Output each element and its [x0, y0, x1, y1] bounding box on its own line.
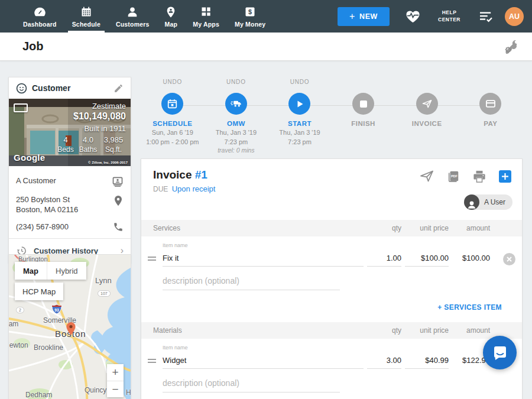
material-description-row: [141, 369, 522, 392]
map-card: Map Hybrid HCP Map Burlington Lynn ham S…: [8, 254, 131, 399]
add-invoice-icon[interactable]: [499, 170, 511, 183]
nav-item-my-apps[interactable]: My Apps: [185, 0, 227, 33]
hybrid-button[interactable]: Hybrid: [47, 262, 86, 280]
print-icon[interactable]: [473, 170, 486, 183]
service-qty-input[interactable]: [367, 252, 401, 267]
service-description-input[interactable]: [163, 275, 340, 290]
step-label[interactable]: START: [288, 120, 312, 127]
invoice-actions: PDF: [420, 170, 511, 183]
baths-value: 4.0: [77, 135, 99, 144]
zillow-copyright: © Zillow, Inc. 2006-2017: [88, 161, 128, 164]
dashboard-icon: [33, 5, 47, 19]
customer-name: A Customer: [16, 176, 56, 186]
customer-name-row: A Customer: [16, 172, 124, 191]
customer-card-title: Customer: [32, 83, 70, 93]
nav-item-customers[interactable]: Customers: [108, 0, 157, 33]
location-pin-icon[interactable]: [113, 194, 124, 207]
start-step-button[interactable]: [288, 93, 310, 115]
map-label-quincy: Quincy: [85, 386, 106, 394]
step-label[interactable]: INVOICE: [412, 120, 442, 127]
edit-pencil-icon[interactable]: [113, 83, 124, 93]
assigned-user-chip[interactable]: A User: [464, 194, 512, 210]
property-stats: 4Beds 4.0Baths 3,985Sq.ft.: [54, 135, 128, 154]
drag-handle-icon[interactable]: [148, 357, 156, 365]
omw-step-button[interactable]: [225, 93, 247, 115]
undo-link[interactable]: UNDO: [163, 79, 182, 87]
customer-card: Customer Zestimat: [8, 77, 131, 263]
service-unit-price-input[interactable]: [405, 252, 449, 267]
zoom-out-button[interactable]: −: [107, 381, 124, 397]
item-name-label: Item name: [163, 242, 364, 248]
beds-value: 4: [54, 135, 77, 144]
service-item-name-input[interactable]: [163, 252, 364, 267]
user-avatar[interactable]: AU: [505, 7, 524, 26]
phone-icon[interactable]: [113, 222, 124, 232]
map-zoom-controls: + −: [107, 364, 124, 397]
customer-phone-row: (234) 567-8900: [16, 218, 124, 236]
job-progress-timeline: UNDO SCHEDULE Sun, Jan 6 '19 1:00 pm - 2…: [141, 79, 523, 155]
pdf-icon[interactable]: PDF: [447, 170, 460, 183]
material-qty-input[interactable]: [367, 354, 401, 369]
job-settings-wrench-icon[interactable]: [504, 40, 519, 54]
travel-time: travel: 0 mins: [218, 146, 254, 154]
map-label-brookline: Brookline: [34, 343, 63, 352]
step-label[interactable]: OMW: [227, 120, 245, 127]
unit-price-column-header: unit price: [401, 326, 449, 335]
new-button[interactable]: + NEW: [338, 7, 390, 26]
drag-handle-icon[interactable]: [148, 255, 156, 262]
add-services-item-link[interactable]: + SERVICES ITEM: [437, 303, 502, 312]
step-label[interactable]: PAY: [484, 120, 497, 127]
play-icon: [296, 100, 304, 108]
invoice-step-button[interactable]: [416, 93, 438, 115]
material-description-input[interactable]: [163, 377, 340, 392]
add-services-row: + SERVICES ITEM: [141, 290, 522, 322]
nav-item-dashboard[interactable]: Dashboard: [15, 0, 64, 33]
job-location-pin[interactable]: [66, 322, 76, 335]
remove-item-icon[interactable]: [503, 253, 515, 265]
material-item-name-input[interactable]: [163, 354, 364, 369]
route-shield-107: 107: [98, 290, 111, 297]
send-invoice-icon[interactable]: [420, 170, 434, 182]
navbar-right: + NEW HELP CENTER AU: [338, 0, 532, 33]
health-heart-icon[interactable]: [405, 9, 421, 24]
street-view-frame-icon[interactable]: [14, 103, 28, 112]
step-label[interactable]: FINISH: [351, 120, 375, 127]
service-amount-value: $100.00: [449, 252, 496, 267]
nav-item-my-money[interactable]: $ My Money: [227, 0, 273, 33]
chat-messenger-button[interactable]: [483, 336, 517, 369]
hcp-map-button[interactable]: HCP Map: [15, 283, 63, 300]
invoice-number[interactable]: #1: [195, 168, 207, 181]
add-materials-row: + MATERIALS ITEM: [141, 392, 522, 399]
step-time: 1:00 pm - 2:00 pm: [146, 138, 199, 146]
address-line2: Boston, MA 02116: [16, 205, 78, 214]
nav-item-schedule[interactable]: Schedule: [64, 0, 108, 33]
customers-icon: [126, 5, 139, 19]
help-center-link[interactable]: HELP CENTER: [435, 9, 463, 22]
zoom-in-button[interactable]: +: [107, 364, 124, 381]
undo-link[interactable]: UNDO: [290, 79, 310, 87]
zestimate-value: $10,149,080: [73, 111, 126, 122]
address-line1: 250 Boylston St: [16, 195, 70, 204]
map-label-newton: Newton: [8, 341, 28, 349]
apps-grid-icon: [200, 5, 212, 19]
credit-card-icon-button[interactable]: [479, 93, 501, 115]
undo-link[interactable]: UNDO: [226, 79, 246, 87]
route-shield-2: 2: [16, 307, 24, 313]
schedule-step-button[interactable]: [161, 93, 183, 115]
map-button[interactable]: Map: [15, 262, 47, 280]
step-label[interactable]: SCHEDULE: [153, 120, 192, 127]
main-nav: Dashboard Schedule Customers Map My Apps: [15, 0, 273, 33]
contact-card-icon[interactable]: [112, 176, 124, 187]
invoice-card: Invoice #1 DUE Upon receipt PDF: [141, 158, 523, 399]
finish-step-button[interactable]: [352, 93, 374, 115]
map-label-hingham: Hi: [126, 388, 131, 397]
nav-item-map[interactable]: Map: [157, 0, 186, 33]
due-terms-link[interactable]: Upon receipt: [172, 184, 216, 193]
page-title: Job: [22, 40, 44, 53]
material-unit-price-input[interactable]: [405, 354, 449, 369]
new-button-label: NEW: [359, 12, 378, 21]
property-photo[interactable]: Zestimate $10,149,080 Built in 1911 4Bed…: [9, 99, 131, 166]
credit-card-icon: [486, 100, 495, 108]
nav-label: Dashboard: [23, 21, 57, 28]
task-list-icon[interactable]: [479, 11, 493, 22]
